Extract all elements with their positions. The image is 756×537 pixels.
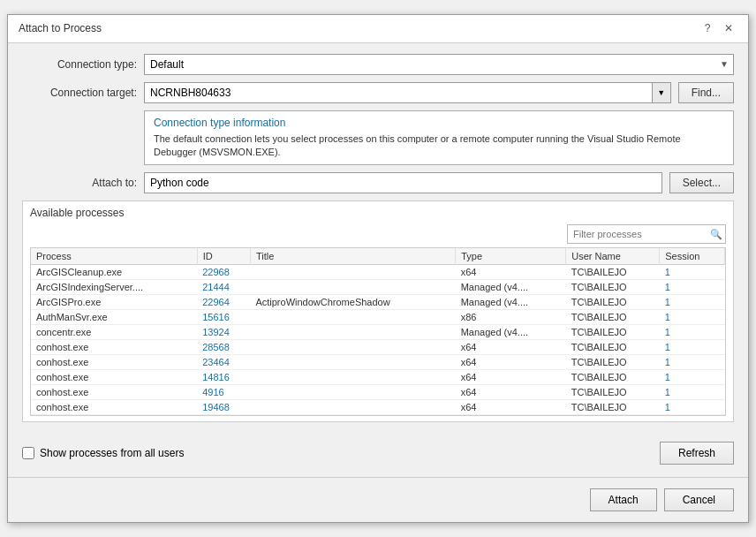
connection-type-dropdown-wrapper: Default ▼	[144, 54, 734, 75]
cell-process: conhost.exe	[31, 385, 197, 400]
table-header-row: Process ID Title Type User Name Session	[31, 248, 725, 265]
cell-session: 1	[660, 265, 725, 280]
cell-type: x64	[456, 355, 566, 370]
info-box-title: Connection type information	[154, 117, 724, 129]
cell-user: TC\BAILEJO	[566, 310, 660, 325]
connection-info-box: Connection type information The default …	[144, 110, 734, 166]
cell-process: AuthManSvr.exe	[31, 310, 197, 325]
connection-target-dropdown-button[interactable]: ▼	[652, 82, 671, 103]
connection-target-row: Connection target: ▼ Find...	[22, 82, 734, 103]
cell-title	[250, 325, 455, 340]
refresh-button[interactable]: Refresh	[660, 442, 734, 465]
cell-id: 13924	[197, 325, 250, 340]
cell-user: TC\BAILEJO	[566, 385, 660, 400]
col-session: Session	[660, 248, 725, 265]
cell-session: 1	[660, 295, 725, 310]
select-button[interactable]: Select...	[669, 172, 734, 193]
table-row[interactable]: concentr.exe 13924 Managed (v4.... TC\BA…	[31, 325, 725, 340]
cell-process: conhost.exe	[31, 370, 197, 385]
help-button[interactable]: ?	[699, 19, 716, 37]
close-button[interactable]: ✕	[720, 19, 737, 37]
attach-to-input[interactable]	[144, 172, 662, 193]
cell-id: 15616	[197, 310, 250, 325]
table-row[interactable]: AuthManSvr.exe 15616 x86 TC\BAILEJO 1	[31, 310, 725, 325]
cell-user: TC\BAILEJO	[566, 400, 660, 415]
find-button[interactable]: Find...	[678, 82, 734, 103]
cell-session: 1	[660, 280, 725, 295]
cell-title	[250, 370, 455, 385]
col-process: Process	[31, 248, 197, 265]
title-bar-left: Attach to Process	[19, 22, 102, 34]
available-processes-header: Available processes	[30, 207, 726, 219]
cell-type: x64	[456, 385, 566, 400]
bottom-left: Show processes from all users	[22, 447, 184, 459]
cell-user: TC\BAILEJO	[566, 355, 660, 370]
cell-title	[250, 340, 455, 355]
cell-session: 1	[660, 310, 725, 325]
table-row[interactable]: conhost.exe 14816 x64 TC\BAILEJO 1	[31, 370, 725, 385]
action-buttons-row: Attach Cancel	[8, 481, 748, 522]
cell-title	[250, 385, 455, 400]
cell-process: ArcGISCleanup.exe	[31, 265, 197, 280]
cell-user: TC\BAILEJO	[566, 265, 660, 280]
cell-id: 4916	[197, 385, 250, 400]
cell-id: 19468	[197, 400, 250, 415]
cell-session: 1	[660, 340, 725, 355]
connection-type-select[interactable]: Default	[144, 54, 734, 75]
cell-title	[250, 400, 455, 415]
col-id: ID	[197, 248, 250, 265]
cell-process: ArcGISIndexingServer....	[31, 280, 197, 295]
cell-user: TC\BAILEJO	[566, 370, 660, 385]
attach-to-row: Attach to: Select...	[22, 172, 734, 193]
connection-target-wrapper: ▼	[144, 82, 671, 103]
cell-title	[250, 355, 455, 370]
cell-type: x64	[456, 400, 566, 415]
connection-target-label: Connection target:	[22, 87, 137, 99]
cell-user: TC\BAILEJO	[566, 280, 660, 295]
cell-type: x86	[456, 310, 566, 325]
cell-id: 22968	[197, 265, 250, 280]
title-bar-controls: ? ✕	[699, 19, 737, 37]
cell-type: Managed (v4....	[456, 325, 566, 340]
filter-processes-input[interactable]	[567, 224, 726, 244]
table-row[interactable]: conhost.exe 4916 x64 TC\BAILEJO 1	[31, 385, 725, 400]
table-row[interactable]: ArcGISIndexingServer.... 21444 Managed (…	[31, 280, 725, 295]
connection-target-input[interactable]	[144, 82, 652, 103]
table-row[interactable]: ArcGISPro.exe 22964 ActiproWindowChromeS…	[31, 295, 725, 310]
info-box-text: The default connection lets you select p…	[154, 132, 724, 160]
col-type: Type	[456, 248, 566, 265]
cell-title	[250, 265, 455, 280]
attach-button[interactable]: Attach	[590, 488, 657, 511]
show-all-processes-checkbox[interactable]	[22, 447, 34, 459]
cell-title	[250, 280, 455, 295]
cell-session: 1	[660, 370, 725, 385]
connection-type-row: Connection type: Default ▼	[22, 54, 734, 75]
available-processes-section: Available processes 🔍 Process ID Title	[22, 200, 734, 422]
process-table-container[interactable]: Process ID Title Type User Name Session …	[30, 247, 726, 416]
cell-process: ArcGISPro.exe	[31, 295, 197, 310]
cell-type: Managed (v4....	[456, 280, 566, 295]
table-row[interactable]: ArcGISCleanup.exe 22968 x64 TC\BAILEJO 1	[31, 265, 725, 280]
cell-title: ActiproWindowChromeShadow	[250, 295, 455, 310]
cell-process: concentr.exe	[31, 325, 197, 340]
table-row[interactable]: conhost.exe 19468 x64 TC\BAILEJO 1	[31, 400, 725, 415]
cell-id: 28568	[197, 340, 250, 355]
cell-type: x64	[456, 265, 566, 280]
cell-type: x64	[456, 370, 566, 385]
cell-user: TC\BAILEJO	[566, 340, 660, 355]
cell-process: conhost.exe	[31, 400, 197, 415]
dialog-body: Connection type: Default ▼ Connection ta…	[8, 43, 748, 434]
table-row[interactable]: conhost.exe 28568 x64 TC\BAILEJO 1	[31, 340, 725, 355]
filter-wrapper: 🔍	[567, 224, 726, 244]
cell-session: 1	[660, 355, 725, 370]
show-all-processes-label[interactable]: Show processes from all users	[22, 447, 184, 459]
cell-id: 23464	[197, 355, 250, 370]
cell-title	[250, 310, 455, 325]
cell-id: 22964	[197, 295, 250, 310]
table-row[interactable]: conhost.exe 23464 x64 TC\BAILEJO 1	[31, 355, 725, 370]
cell-type: Managed (v4....	[456, 295, 566, 310]
cell-user: TC\BAILEJO	[566, 325, 660, 340]
cancel-button[interactable]: Cancel	[664, 488, 734, 511]
connection-type-label: Connection type:	[22, 58, 137, 71]
cell-id: 21444	[197, 280, 250, 295]
